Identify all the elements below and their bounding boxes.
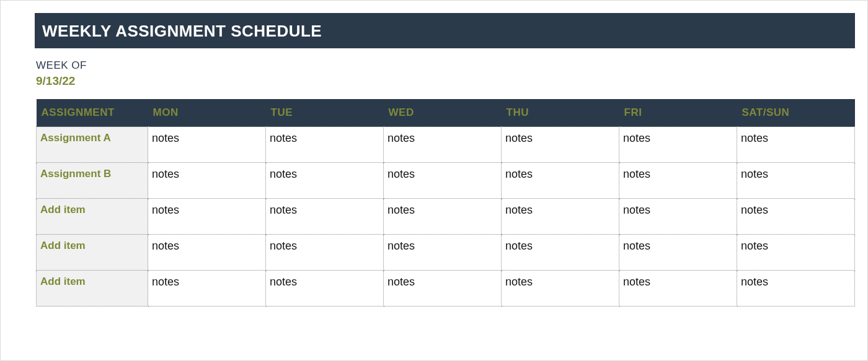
col-header-satsun: SAT/SUN [737, 99, 855, 127]
notes-cell-satsun[interactable]: notes [737, 271, 855, 307]
col-header-wed: WED [384, 99, 502, 127]
notes-cell-tue[interactable]: notes [266, 163, 384, 199]
notes-cell-fri[interactable]: notes [619, 199, 737, 235]
notes-cell-thu[interactable]: notes [502, 127, 619, 163]
notes-cell-tue[interactable]: notes [266, 199, 384, 235]
notes-cell-wed[interactable]: notes [384, 235, 502, 271]
notes-cell-mon[interactable]: notes [148, 127, 266, 163]
notes-cell-wed[interactable]: notes [384, 199, 502, 235]
col-header-fri: FRI [619, 99, 737, 127]
assignment-name-cell[interactable]: Add item [37, 235, 148, 271]
notes-cell-wed[interactable]: notes [384, 163, 502, 199]
notes-cell-fri[interactable]: notes [619, 271, 737, 307]
schedule-table: ASSIGNMENT MON TUE WED THU FRI SAT/SUN A… [36, 99, 855, 307]
notes-cell-satsun[interactable]: notes [737, 199, 855, 235]
week-of-block: WEEK OF 9/13/22 [36, 59, 855, 88]
week-of-date[interactable]: 9/13/22 [36, 74, 855, 88]
col-header-mon: MON [148, 99, 266, 127]
notes-cell-tue[interactable]: notes [266, 235, 384, 271]
notes-cell-thu[interactable]: notes [502, 235, 619, 271]
table-row: Assignment A notes notes notes notes not… [37, 127, 855, 163]
table-header-row: ASSIGNMENT MON TUE WED THU FRI SAT/SUN [37, 99, 855, 127]
assignment-name-cell[interactable]: Add item [37, 199, 148, 235]
notes-cell-mon[interactable]: notes [148, 271, 266, 307]
col-header-tue: TUE [266, 99, 384, 127]
assignment-name-cell[interactable]: Assignment B [37, 163, 148, 199]
table-row: Assignment B notes notes notes notes not… [37, 163, 855, 199]
assignment-name-cell[interactable]: Add item [37, 271, 148, 307]
page-container: WEEKLY ASSIGNMENT SCHEDULE WEEK OF 9/13/… [0, 0, 868, 361]
notes-cell-fri[interactable]: notes [619, 127, 737, 163]
table-row: Add item notes notes notes notes notes n… [37, 235, 855, 271]
table-row: Add item notes notes notes notes notes n… [37, 199, 855, 235]
notes-cell-mon[interactable]: notes [148, 163, 266, 199]
notes-cell-satsun[interactable]: notes [737, 127, 855, 163]
col-header-thu: THU [502, 99, 619, 127]
notes-cell-mon[interactable]: notes [148, 199, 266, 235]
notes-cell-tue[interactable]: notes [266, 271, 384, 307]
notes-cell-satsun[interactable]: notes [737, 163, 855, 199]
col-header-assignment: ASSIGNMENT [37, 99, 148, 127]
notes-cell-thu[interactable]: notes [502, 271, 619, 307]
notes-cell-satsun[interactable]: notes [737, 235, 855, 271]
page-title: WEEKLY ASSIGNMENT SCHEDULE [35, 13, 855, 48]
table-row: Add item notes notes notes notes notes n… [37, 271, 855, 307]
notes-cell-fri[interactable]: notes [619, 163, 737, 199]
notes-cell-mon[interactable]: notes [148, 235, 266, 271]
week-of-label: WEEK OF [36, 59, 855, 72]
notes-cell-wed[interactable]: notes [384, 271, 502, 307]
notes-cell-wed[interactable]: notes [384, 127, 502, 163]
notes-cell-thu[interactable]: notes [502, 163, 619, 199]
notes-cell-thu[interactable]: notes [502, 199, 619, 235]
notes-cell-tue[interactable]: notes [266, 127, 384, 163]
assignment-name-cell[interactable]: Assignment A [37, 127, 148, 163]
notes-cell-fri[interactable]: notes [619, 235, 737, 271]
